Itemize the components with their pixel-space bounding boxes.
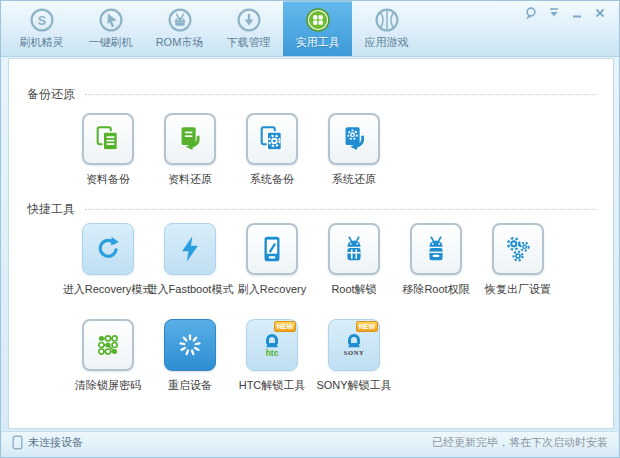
tab-label: 应用游戏 xyxy=(365,35,409,50)
data-restore-icon xyxy=(164,113,216,165)
htc-unlock-icon: NEW htc xyxy=(246,319,298,371)
tool-item-sony-unlock[interactable]: NEW SONY SONY解锁工具 xyxy=(313,319,395,393)
tab-label: 刷机精灵 xyxy=(20,35,64,50)
sony-unlock-icon: NEW SONY xyxy=(328,319,380,371)
quick-tools-row-2: 清除锁屏密码 xyxy=(9,319,613,393)
menu-dropdown-icon[interactable] xyxy=(547,7,561,19)
factory-reset-icon xyxy=(492,223,544,275)
system-restore-icon xyxy=(328,113,380,165)
tool-label: 进入Fastboot模式 xyxy=(147,282,234,297)
tool-item-fastboot-mode[interactable]: 进入Fastboot模式 xyxy=(149,223,231,297)
tab-flash-genie[interactable]: S 刷机精灵 xyxy=(7,1,76,56)
root-unlock-icon xyxy=(328,223,380,275)
quick-tools-row-1: 进入Recovery模式 进入Fastboot模式 xyxy=(9,223,613,297)
tool-item-recovery-mode[interactable]: 进入Recovery模式 xyxy=(67,223,149,297)
tab-label: 一键刷机 xyxy=(89,35,133,50)
tool-label: 恢复出厂设置 xyxy=(485,282,551,297)
app-window: S 刷机精灵 一键刷机 xyxy=(0,0,620,458)
android-market-icon xyxy=(167,7,193,33)
dotted-divider xyxy=(85,209,597,210)
tool-label: 资料备份 xyxy=(86,172,130,187)
section-quick-tools-header: 快捷工具 xyxy=(27,201,597,217)
svg-text:SONY: SONY xyxy=(344,349,364,356)
tool-item-system-backup[interactable]: 系统备份 xyxy=(231,113,313,187)
tool-item-clear-lockscreen[interactable]: 清除锁屏密码 xyxy=(67,319,149,393)
tools-grid-icon xyxy=(305,7,331,33)
tab-utilities[interactable]: 实用工具 xyxy=(283,1,352,56)
phone-icon xyxy=(12,435,23,450)
tool-item-flash-recovery[interactable]: 刷入Recovery xyxy=(231,223,313,297)
data-backup-icon xyxy=(82,113,134,165)
tab-apps-games[interactable]: 应用游戏 xyxy=(352,1,421,56)
tab-label: 下载管理 xyxy=(227,35,271,50)
flash-recovery-icon xyxy=(246,223,298,275)
tab-rom-market[interactable]: ROM市场 xyxy=(145,1,214,56)
main-navbar: S 刷机精灵 一键刷机 xyxy=(1,1,619,57)
minimize-icon[interactable] xyxy=(570,7,584,19)
tool-item-data-restore[interactable]: 资料还原 xyxy=(149,113,231,187)
close-icon[interactable] xyxy=(593,7,607,19)
section-title: 备份还原 xyxy=(27,86,75,103)
clear-lockscreen-icon xyxy=(82,319,134,371)
device-status-text: 未连接设备 xyxy=(28,435,83,450)
backup-restore-row: 资料备份 资料还原 xyxy=(9,113,613,187)
tool-item-restart-device[interactable]: 重启设备 xyxy=(149,319,231,393)
s-logo-icon: S xyxy=(29,7,55,33)
tool-label: 移除Root权限 xyxy=(402,282,469,297)
svg-text:S: S xyxy=(37,14,45,28)
content-area: 备份还原 资料备份 xyxy=(8,58,614,429)
tool-label: Root解锁 xyxy=(331,282,376,297)
tool-label: 系统还原 xyxy=(332,172,376,187)
tool-item-htc-unlock[interactable]: NEW htc HTC解锁工具 xyxy=(231,319,313,393)
recovery-mode-icon xyxy=(82,223,134,275)
tab-one-key-flash[interactable]: 一键刷机 xyxy=(76,1,145,56)
tool-label: HTC解锁工具 xyxy=(239,378,306,393)
section-backup-restore-header: 备份还原 xyxy=(27,86,597,102)
dotted-divider xyxy=(85,94,597,95)
tool-item-root-unlock[interactable]: Root解锁 xyxy=(313,223,395,297)
new-badge: NEW xyxy=(274,321,296,332)
tool-label: 清除锁屏密码 xyxy=(75,378,141,393)
tool-item-data-backup[interactable]: 资料备份 xyxy=(67,113,149,187)
status-bar: 未连接设备 已经更新完毕，将在下次启动时安装 xyxy=(2,431,618,452)
svg-text:htc: htc xyxy=(266,348,279,358)
tab-bar: S 刷机精灵 一键刷机 xyxy=(7,1,421,56)
one-key-flash-icon xyxy=(98,7,124,33)
section-title: 快捷工具 xyxy=(27,201,75,218)
restart-device-icon xyxy=(164,319,216,371)
tab-label: ROM市场 xyxy=(156,35,204,50)
window-controls xyxy=(524,7,607,19)
tool-item-remove-root[interactable]: 移除Root权限 xyxy=(395,223,477,297)
update-status-text: 已经更新完毕，将在下次启动时安装 xyxy=(432,435,608,450)
device-status: 未连接设备 xyxy=(12,435,83,450)
tool-label: 重启设备 xyxy=(168,378,212,393)
tool-label: 进入Recovery模式 xyxy=(63,282,153,297)
tool-label: SONY解锁工具 xyxy=(316,378,391,393)
tool-label: 资料还原 xyxy=(168,172,212,187)
fastboot-mode-icon xyxy=(164,223,216,275)
tool-item-factory-reset[interactable]: 恢复出厂设置 xyxy=(477,223,559,297)
system-backup-icon xyxy=(246,113,298,165)
new-badge: NEW xyxy=(356,321,378,332)
tab-label: 实用工具 xyxy=(296,35,340,50)
tool-item-system-restore[interactable]: 系统还原 xyxy=(313,113,395,187)
feedback-bubble-icon[interactable] xyxy=(524,7,538,19)
tool-label: 系统备份 xyxy=(250,172,294,187)
remove-root-icon xyxy=(410,223,462,275)
tool-label: 刷入Recovery xyxy=(238,282,306,297)
games-ball-icon xyxy=(374,7,400,33)
tab-download-manager[interactable]: 下载管理 xyxy=(214,1,283,56)
download-manager-icon xyxy=(236,7,262,33)
